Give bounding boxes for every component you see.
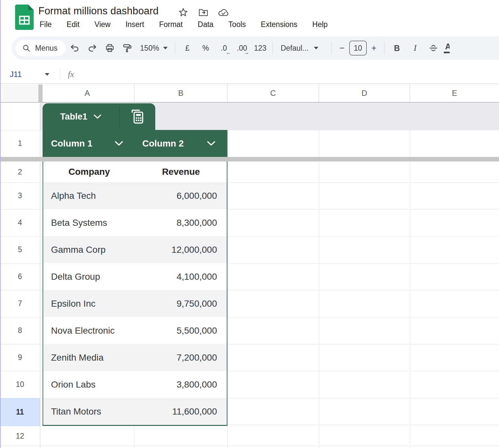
table-row[interactable]: Alpha Tech 6,000,000 xyxy=(43,182,227,209)
menu-format[interactable]: Format xyxy=(158,19,184,30)
cell-b10[interactable]: 3,800,000 xyxy=(135,371,227,398)
row-header-5[interactable]: 5 xyxy=(0,236,40,263)
row-header-11-selected[interactable]: 11 xyxy=(0,398,40,426)
cell-a8[interactable]: Nova Electronic xyxy=(43,317,135,344)
percent-format-button[interactable]: % xyxy=(197,40,215,56)
row-header-9[interactable]: 9 xyxy=(0,344,40,371)
table-column-2-header[interactable]: Column 2 xyxy=(134,130,227,157)
grid-line xyxy=(0,446,499,446)
italic-button[interactable]: I xyxy=(406,40,424,56)
undo-button[interactable] xyxy=(66,40,83,56)
text-color-button[interactable]: A xyxy=(442,40,450,56)
cell-b7[interactable]: 9,750,000 xyxy=(135,290,227,317)
decrease-font-size-button[interactable]: − xyxy=(335,40,349,56)
cell-b6[interactable]: 4,100,000 xyxy=(135,263,227,290)
cell-a10[interactable]: Orion Labs xyxy=(43,371,135,398)
formula-bar: J11 fx xyxy=(0,65,499,84)
menu-edit[interactable]: Edit xyxy=(65,19,81,30)
menu-data[interactable]: Data xyxy=(197,19,215,30)
cell-b8[interactable]: 5,500,000 xyxy=(135,317,227,344)
zoom-control[interactable]: 150% xyxy=(136,44,172,53)
redo-button[interactable] xyxy=(83,40,101,56)
cell-b9[interactable]: 7,200,000 xyxy=(135,344,227,371)
table-column-1-header[interactable]: Column 1 xyxy=(43,130,134,157)
column-header-d[interactable]: D xyxy=(319,84,410,102)
menu-tools[interactable]: Tools xyxy=(227,19,247,30)
data-table: Column 1 Column 2 Company Revenue Alpha … xyxy=(43,130,227,421)
table-tools-button[interactable] xyxy=(120,103,155,130)
more-formats-button[interactable]: 123 xyxy=(251,40,269,56)
menu-insert[interactable]: Insert xyxy=(124,19,146,30)
cloud-check-icon[interactable] xyxy=(218,6,229,18)
cell-a3[interactable]: Alpha Tech xyxy=(43,182,135,209)
decrease-decimal-button[interactable]: .0 ← xyxy=(215,40,233,56)
cell-a5[interactable]: Gamma Corp xyxy=(43,236,135,263)
table-row[interactable]: Titan Motors 11,600,000 xyxy=(43,398,227,425)
row-header-12[interactable]: 12 xyxy=(0,426,40,446)
strikethrough-button[interactable] xyxy=(424,40,442,56)
increase-decimal-button[interactable]: .00 → xyxy=(233,40,251,56)
menu-file[interactable]: File xyxy=(38,19,53,30)
row-header-2[interactable]: 2 xyxy=(0,161,40,182)
freeze-divider[interactable] xyxy=(0,157,499,161)
formula-input[interactable] xyxy=(77,65,499,83)
cell-b2[interactable]: Revenue xyxy=(135,161,227,182)
cell-a4[interactable]: Beta Systems xyxy=(43,209,135,236)
menu-help[interactable]: Help xyxy=(311,19,329,30)
name-box[interactable]: J11 xyxy=(0,70,55,79)
column-header-b[interactable]: B xyxy=(134,84,227,102)
table-row[interactable]: Nova Electronic 5,500,000 xyxy=(43,317,227,344)
column-header-a[interactable]: A xyxy=(40,84,134,102)
gutter-border xyxy=(40,103,40,448)
column-header-e[interactable]: E xyxy=(410,84,499,102)
paint-format-button[interactable] xyxy=(119,40,136,56)
row-header-4[interactable]: 4 xyxy=(0,209,40,236)
increase-font-size-button[interactable]: + xyxy=(367,40,381,56)
row-header-3[interactable]: 3 xyxy=(0,182,40,209)
dropdown-caret-icon xyxy=(45,73,49,76)
cell-b5[interactable]: 12,000,000 xyxy=(135,236,227,263)
row-header-6[interactable]: 6 xyxy=(0,263,40,290)
bold-button[interactable]: B xyxy=(388,40,406,56)
column-header-c[interactable]: C xyxy=(227,84,319,102)
star-icon[interactable] xyxy=(177,6,189,18)
paint-format-icon xyxy=(123,44,132,53)
cell-a2[interactable]: Company xyxy=(43,161,135,182)
font-size-input[interactable]: 10 xyxy=(349,41,367,56)
row-header-1[interactable]: 1 xyxy=(0,130,40,157)
select-all-corner[interactable] xyxy=(0,84,40,102)
menus-search-button[interactable]: Menus xyxy=(16,40,66,56)
cell-b4[interactable]: 8,300,000 xyxy=(135,209,227,236)
cell-a11[interactable]: Titan Motors xyxy=(43,398,135,425)
cell-a7[interactable]: Epsilon Inc xyxy=(43,290,135,317)
table-row[interactable]: Epsilon Inc 9,750,000 xyxy=(43,290,227,317)
move-folder-icon[interactable] xyxy=(198,6,209,18)
cell-a9[interactable]: Zenith Media xyxy=(43,344,135,371)
row-header-7[interactable]: 7 xyxy=(0,290,40,317)
currency-format-button[interactable]: £ xyxy=(178,40,197,56)
font-family-value: Defaul... xyxy=(281,44,309,53)
row-header-8[interactable]: 8 xyxy=(0,317,40,344)
font-family-select[interactable]: Defaul... xyxy=(276,44,328,53)
table-row[interactable]: Zenith Media 7,200,000 xyxy=(43,344,227,371)
cell-b3[interactable]: 6,000,000 xyxy=(135,182,227,209)
spreadsheet-grid: 1 2 3 4 5 6 7 8 9 10 11 12 Table1 xyxy=(0,103,499,448)
print-button[interactable] xyxy=(101,40,119,56)
chevron-down-icon xyxy=(207,141,216,146)
menu-view[interactable]: View xyxy=(93,19,112,30)
document-title[interactable]: Format millions dashboard xyxy=(38,5,159,17)
table-name-chip[interactable]: Table1 xyxy=(43,103,155,130)
table-row[interactable]: Orion Labs 3,800,000 xyxy=(43,371,227,398)
toolbar-divider xyxy=(175,41,175,55)
table-row[interactable]: Company Revenue xyxy=(43,161,227,182)
fx-icon: fx xyxy=(65,70,77,79)
table-row[interactable]: Beta Systems 8,300,000 xyxy=(43,209,227,236)
table-row[interactable]: Gamma Corp 12,000,000 xyxy=(43,236,227,263)
top-bar: Format millions dashboard File Edit View… xyxy=(0,0,499,36)
table-row[interactable]: Delta Group 4,100,000 xyxy=(43,263,227,290)
row-header-10[interactable]: 10 xyxy=(0,371,40,398)
menu-extensions[interactable]: Extensions xyxy=(260,19,299,30)
cell-a6[interactable]: Delta Group xyxy=(43,263,135,290)
sheets-logo-icon[interactable] xyxy=(15,5,34,30)
cell-b11[interactable]: 11,600,000 xyxy=(135,398,227,425)
